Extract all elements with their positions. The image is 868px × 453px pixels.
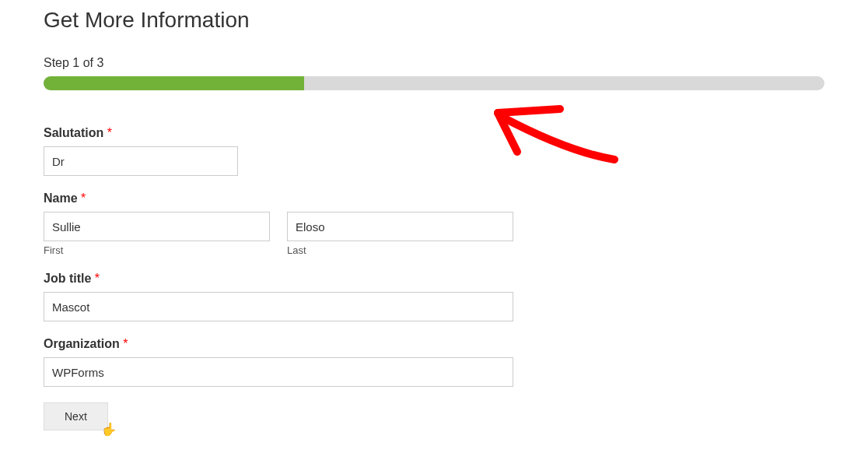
first-name-column: First [44,212,270,256]
salutation-label: Salutation * [44,126,824,140]
name-row: First Last [44,212,824,256]
name-label: Name * [44,191,824,205]
salutation-label-text: Salutation [44,126,103,139]
last-name-input[interactable] [287,212,513,241]
job-title-label-text: Job title [44,272,91,285]
organization-input[interactable] [44,357,513,387]
progress-bar [44,76,824,90]
job-title-field-group: Job title * [44,272,824,321]
progress-fill [44,76,304,90]
required-marker: * [81,191,86,205]
step-indicator: Step 1 of 3 [44,56,824,70]
required-marker: * [95,272,100,285]
organization-label: Organization * [44,337,824,351]
last-name-sublabel: Last [287,244,513,256]
first-name-input[interactable] [44,212,270,241]
name-label-text: Name [44,191,78,205]
name-field-group: Name * First Last [44,191,824,256]
organization-field-group: Organization * [44,337,824,387]
first-name-sublabel: First [44,244,270,256]
last-name-column: Last [287,212,513,256]
salutation-input[interactable] [44,146,238,176]
page-title: Get More Information [44,8,824,33]
job-title-label: Job title * [44,272,824,286]
organization-label-text: Organization [44,337,120,350]
required-marker: * [107,126,112,139]
job-title-input[interactable] [44,292,513,321]
required-marker: * [123,337,128,350]
next-button[interactable]: Next [44,402,108,430]
salutation-field-group: Salutation * [44,126,824,176]
